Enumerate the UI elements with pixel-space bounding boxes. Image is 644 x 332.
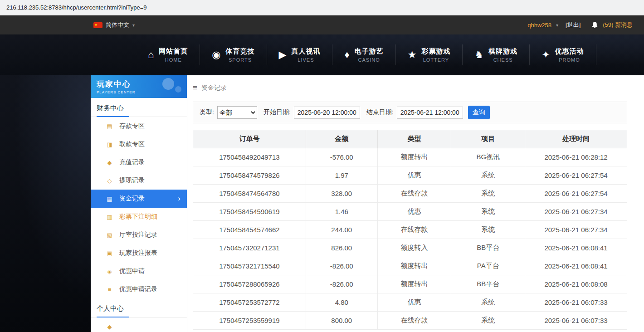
- sidebar-item-promo-apply-records[interactable]: ≡优惠申请记录: [91, 280, 187, 298]
- chevron-right-icon: ›: [178, 194, 181, 203]
- table-cell: 优惠: [377, 293, 451, 312]
- table-cell: 4.80: [306, 293, 377, 312]
- table-cell: 1750457321715540: [193, 257, 306, 275]
- player-bet-report-icon: ▣: [106, 250, 113, 257]
- breadcrumb: ≡ 资金记录: [193, 82, 627, 94]
- table-cell: 额度转出: [377, 257, 451, 275]
- start-date-input[interactable]: [294, 107, 360, 119]
- recharge-records-icon: ◆: [106, 159, 113, 166]
- nav-label-zh: 优惠活动: [555, 47, 584, 56]
- table-cell: 2025-06-21 06:27:34: [525, 203, 627, 221]
- funds-table: 订单号 金额 类型 项目 处理时间 1750458492049713-576.0…: [193, 130, 627, 330]
- username[interactable]: qhhw258: [527, 22, 551, 29]
- nav-item-promo[interactable]: ✦优惠活动PROMO: [530, 44, 596, 65]
- table-row: 1750457320271231826.00额度转入BB平台2025-06-21…: [193, 239, 627, 257]
- sidebar-item-label: 资金记录: [119, 195, 145, 203]
- table-body: 1750458492049713-576.00额度转出BG视讯2025-06-2…: [193, 148, 627, 330]
- table-row: 1750458474564780328.00在线存款系统2025-06-21 0…: [193, 185, 627, 203]
- bubble-decoration: [162, 78, 174, 90]
- nav-label-en: LIVES: [291, 57, 320, 63]
- table-cell: 826.00: [306, 239, 377, 257]
- section-finance: 财务中心: [91, 98, 187, 117]
- type-select[interactable]: 全部: [217, 106, 257, 119]
- table-cell: 2025-06-21 06:07:33: [525, 312, 627, 330]
- language-label: 简体中文: [106, 21, 129, 29]
- bell-icon[interactable]: [591, 21, 598, 29]
- nav-item-casino[interactable]: ♦电子游艺CASINO: [332, 44, 395, 65]
- sidebar-menu: ▤存款专区◨取款专区◆充值记录◇提现记录▦资金记录›▥彩票下注明细▧厅室投注记录…: [91, 117, 187, 298]
- nav-item-lives[interactable]: ▶真人视讯LIVES: [267, 44, 333, 65]
- sidebar-item-label: 存款专区: [119, 122, 145, 130]
- sidebar-cutoff-icon: ◆: [106, 323, 113, 330]
- table-header-row: 订单号 金额 类型 项目 处理时间: [193, 130, 627, 148]
- sidebar-item-withdraw-zone[interactable]: ◨取款专区: [91, 135, 187, 153]
- end-date-input[interactable]: [397, 107, 463, 119]
- sidebar-item-promo-apply[interactable]: ◈优惠申请: [91, 262, 187, 280]
- table-row: 17504572535727724.80优惠系统2025-06-21 06:07…: [193, 293, 627, 312]
- table-row: 1750457321715540-826.00额度转出PA平台2025-06-2…: [193, 257, 627, 275]
- header-item: 项目: [451, 130, 525, 148]
- table-row: 17504584745798261.97优惠系统2025-06-21 06:27…: [193, 166, 627, 185]
- logout-link[interactable]: [退出]: [566, 21, 581, 29]
- table-cell: 1750458454590619: [193, 203, 306, 221]
- table-cell: 系统: [451, 203, 525, 221]
- table-cell: 在线存款: [377, 221, 451, 239]
- deposit-zone-icon: ▤: [106, 123, 113, 130]
- browser-url-bar[interactable]: 216.118.235.52:8783/hhcp/usercenter.html…: [0, 0, 644, 15]
- table-cell: 2025-06-21 06:27:54: [525, 166, 627, 185]
- account-bar: ★ 简体中文 ▾ qhhw258 ▾ [退出] (59) 新消息: [0, 15, 644, 34]
- sidebar-item-label: 彩票下注明细: [119, 213, 157, 221]
- table-cell: 额度转入: [377, 239, 451, 257]
- sidebar-item-recharge-records[interactable]: ◆充值记录: [91, 153, 187, 171]
- sidebar-item-hall-bet-records[interactable]: ▧厅室投注记录: [91, 226, 187, 244]
- main-content: ≡ 资金记录 类型: 全部 开始日期: 结束日期: 查询 订单号 金额: [187, 75, 644, 332]
- sidebar-item-label: 提现记录: [119, 176, 145, 185]
- table-cell: 系统: [451, 312, 525, 330]
- sidebar-item-deposit-zone[interactable]: ▤存款专区: [91, 117, 187, 135]
- sidebar-item-label: 优惠申请: [119, 267, 145, 275]
- table-cell: 系统: [451, 221, 525, 239]
- sidebar-item-withdraw-records[interactable]: ◇提现记录: [91, 171, 187, 190]
- table-cell: 系统: [451, 185, 525, 203]
- lottery-icon: ★: [408, 50, 417, 60]
- nav-item-sports[interactable]: ◉体育竞技SPORTS: [200, 44, 267, 65]
- sidebar-item-lottery-bet-detail[interactable]: ▥彩票下注明细: [91, 208, 187, 226]
- menu-icon: ≡: [193, 83, 197, 93]
- nav-item-lottery[interactable]: ★彩票游戏LOTTERY: [396, 44, 463, 65]
- nav-label-zh: 电子游艺: [355, 47, 384, 56]
- table-cell: 2025-06-21 06:08:41: [525, 257, 627, 275]
- nav-item-home[interactable]: ⌂网站首页HOME: [136, 44, 200, 65]
- language-selector[interactable]: ★ 简体中文 ▾: [93, 21, 135, 29]
- sidebar-item-cutoff[interactable]: ◆: [91, 317, 187, 332]
- sidebar-item-label: 取款专区: [119, 140, 145, 148]
- search-button[interactable]: 查询: [468, 106, 490, 119]
- table-cell: 1750457320271231: [193, 239, 306, 257]
- table-cell: 2025-06-21 06:27:54: [525, 185, 627, 203]
- nav-label-en: LOTTERY: [421, 57, 450, 63]
- nav-label-en: PROMO: [555, 57, 584, 63]
- nav-item-chess[interactable]: ♞棋牌游戏CHESS: [463, 44, 530, 65]
- nav-label-en: CASINO: [355, 57, 384, 63]
- filter-bar: 类型: 全部 开始日期: 结束日期: 查询: [193, 102, 627, 123]
- table-cell: 1.97: [306, 166, 377, 185]
- table-cell: 2025-06-21 06:08:41: [525, 239, 627, 257]
- table-cell: 1750458474579826: [193, 166, 306, 185]
- start-date-label: 开始日期:: [263, 108, 291, 117]
- bubble-decoration: [175, 86, 181, 93]
- table-cell: 2025-06-21 06:27:34: [525, 221, 627, 239]
- sidebar-item-player-bet-report[interactable]: ▣玩家投注报表: [91, 244, 187, 262]
- casino-icon: ♦: [344, 50, 349, 60]
- table-cell: PA平台: [451, 257, 525, 275]
- hall-bet-records-icon: ▧: [106, 232, 113, 239]
- header-amount: 金额: [306, 130, 377, 148]
- messages-link[interactable]: (59) 新消息: [603, 21, 633, 29]
- end-date-label: 结束日期:: [366, 108, 394, 117]
- table-cell: 244.00: [306, 221, 377, 239]
- table-cell: -826.00: [306, 257, 377, 275]
- table-cell: 2025-06-21 06:28:12: [525, 148, 627, 166]
- nav-label-zh: 真人视讯: [291, 47, 320, 56]
- table-row: 1750458454574662244.00在线存款系统2025-06-21 0…: [193, 221, 627, 239]
- nav-label-en: HOME: [159, 57, 188, 63]
- sidebar-item-funds-records[interactable]: ▦资金记录›: [91, 190, 187, 208]
- nav-label-zh: 彩票游戏: [421, 47, 450, 56]
